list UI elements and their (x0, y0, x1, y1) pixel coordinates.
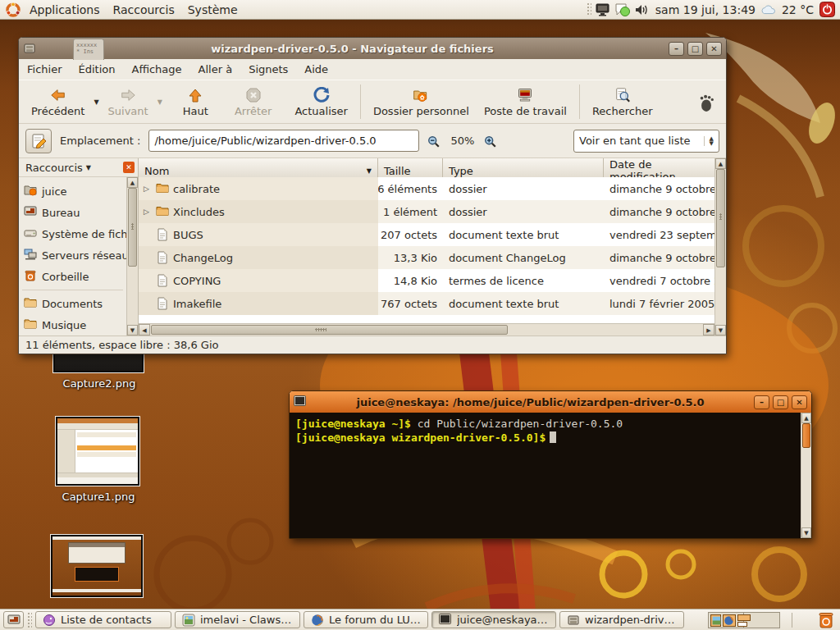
taskbar-drag-handle[interactable] (27, 612, 32, 628)
fm-minimize-button[interactable]: – (669, 42, 684, 56)
sidebar-item-filesystem[interactable]: Système de fichiers (19, 223, 126, 244)
home-button[interactable]: Dossier personnel (366, 84, 477, 120)
file-row-calibrate[interactable]: ▷ calibrate 6 éléments dossier dimanche … (139, 177, 714, 200)
temperature[interactable]: 22 °C (782, 3, 814, 16)
sidebar-item-corbeille[interactable]: Corbeille (19, 266, 126, 287)
file-list-header: Nom ▼ Taille Type Date de modification (139, 158, 714, 177)
location-input[interactable] (148, 130, 419, 152)
file-cabinet-icon (23, 42, 36, 55)
scroll-up-arrow[interactable]: ▲ (715, 158, 726, 169)
back-dropdown-chevron[interactable]: ▼ (94, 98, 98, 106)
task-file-manager[interactable]: wizardpen-driver... (559, 611, 684, 628)
view-mode-spinner: ▲▼ (704, 136, 714, 146)
presence-chat-icon[interactable] (614, 2, 631, 18)
scroll-down-arrow[interactable]: ▼ (801, 527, 811, 538)
sidebar-item-bureau[interactable]: Bureau (19, 202, 126, 223)
computer-button[interactable]: Poste de travail (477, 84, 574, 120)
trash-icon (24, 270, 37, 283)
workspace-1[interactable] (709, 613, 745, 628)
weather-cloud-icon[interactable] (760, 2, 777, 18)
terminal-titlebar[interactable]: juice@neskaya: /home/juice/Public/wizard… (290, 391, 811, 413)
sidebar-header[interactable]: Raccourcis ▼ ✕ (19, 158, 138, 177)
fm-menu-edition[interactable]: Édition (79, 63, 116, 75)
file-row-changelog[interactable]: ChangeLog 13,3 Kio document ChangeLog di… (139, 246, 714, 269)
sidebar-item-musique[interactable]: Musique (19, 314, 126, 336)
fm-close-button[interactable]: ✕ (706, 42, 722, 56)
power-button-icon[interactable] (819, 2, 835, 18)
fm-file-list: Nom ▼ Taille Type Date de modification ▷… (139, 158, 726, 336)
clock[interactable]: sam 19 jui, 13:49 (655, 3, 756, 16)
menu-systeme[interactable]: Système (181, 2, 244, 18)
scroll-right-arrow[interactable]: ▶ (703, 324, 714, 336)
fm-menu-aller-a[interactable]: Aller à (199, 63, 233, 75)
task-firefox[interactable]: Le forum du LUG... (304, 611, 428, 628)
horizontal-scrollbar[interactable]: ◀ ▶ (139, 323, 714, 336)
file-row-imakefile[interactable]: Imakefile 767 octets document texte brut… (139, 292, 714, 315)
menu-applications[interactable]: Applications (23, 2, 107, 18)
terminal-scrollbar[interactable]: ▲ ▼ (801, 413, 811, 538)
fm-menu-fichier[interactable]: Fichier (27, 63, 62, 75)
desktop-icon-label: Capture1.png (56, 491, 141, 503)
desktop-icon-capture1[interactable]: Capture1.png (56, 417, 141, 503)
fm-menu-affichage[interactable]: Affichage (131, 63, 181, 75)
fm-location-bar: Emplacement : 50% Voir en tant que liste… (19, 124, 726, 158)
terminal-window-title: juice@neskaya: /home/juice/Public/wizard… (310, 396, 751, 409)
file-row-copying[interactable]: COPYING 14,8 Kio termes de licence vendr… (139, 269, 714, 292)
file-list-scrollbar[interactable]: ▲ ▼ (714, 158, 726, 336)
sidebar-item-network[interactable]: Serveurs réseaux (19, 244, 126, 266)
trash-applet-icon[interactable] (817, 611, 835, 629)
task-claws-mail[interactable]: imelavi - Claws ... (175, 611, 300, 628)
ubuntu-logo-icon[interactable] (5, 2, 21, 18)
forward-button[interactable]: Suivant (101, 84, 156, 120)
fm-menubar: Fichier Édition Affichage Aller à Signet… (19, 59, 726, 80)
expander-icon[interactable]: ▷ (144, 185, 152, 193)
task-terminal[interactable]: juice@neskaya: /... (431, 611, 556, 628)
forward-dropdown-chevron[interactable]: ▼ (158, 98, 162, 106)
fm-titlebar[interactable]: xxxxxx* Ins wizardpen-driver-0.5.0 - Nav… (19, 38, 726, 59)
scroll-left-arrow[interactable]: ◀ (139, 324, 150, 336)
terminal-minimize-button[interactable]: – (754, 395, 769, 409)
scroll-up-arrow[interactable]: ▲ (127, 177, 138, 188)
task-liste-de-contacts[interactable]: Liste de contacts (35, 611, 171, 628)
desktop-icon-label: Capture2.png (53, 377, 145, 390)
location-toggle-button[interactable] (25, 129, 52, 153)
desktop-icon-capture3[interactable] (51, 535, 144, 597)
volume-icon[interactable] (634, 2, 651, 18)
forward-arrow-icon (120, 87, 136, 103)
scroll-down-arrow[interactable]: ▼ (715, 325, 726, 336)
fm-menu-aide[interactable]: Aide (304, 63, 328, 75)
terminal-screen[interactable]: [juice@neskaya ~]$ cd Public/wizardpen-d… (290, 413, 801, 538)
location-label: Emplacement : (60, 135, 140, 147)
fm-maximize-button[interactable]: □ (687, 42, 703, 56)
file-row-bugs[interactable]: BUGS 207 octets document texte brut vend… (139, 223, 714, 246)
sidebar-scrollbar[interactable]: ▲ ▼ (126, 177, 138, 336)
fm-menu-signets[interactable]: Signets (249, 63, 288, 75)
tray-drag-handle[interactable] (587, 2, 591, 16)
terminal-icon (439, 614, 452, 627)
terminal-maximize-button[interactable]: □ (773, 395, 788, 409)
zoom-level: 50% (450, 135, 474, 147)
workspace-2[interactable] (744, 613, 779, 628)
zoom-out-icon[interactable] (427, 135, 441, 148)
display-settings-icon[interactable] (595, 2, 611, 18)
view-mode-select[interactable]: Voir en tant que liste ▲▼ (573, 130, 719, 153)
expander-icon[interactable]: ▷ (144, 208, 152, 216)
workspace-switcher[interactable] (708, 612, 780, 628)
search-button[interactable]: Rechercher (585, 84, 660, 120)
sidebar-dropdown-chevron: ▼ (86, 164, 91, 171)
sidebar-list: juice Bureau Système de fichiers (19, 177, 126, 336)
back-button[interactable]: Précédent (24, 84, 92, 120)
stop-button[interactable]: Arrêter (227, 84, 280, 120)
sidebar-item-documents[interactable]: Documents (19, 293, 126, 314)
terminal-close-button[interactable]: ✕ (792, 395, 807, 409)
zoom-in-icon[interactable] (484, 135, 497, 148)
sidebar-item-juice[interactable]: juice (19, 180, 126, 202)
reload-button[interactable]: Actualiser (287, 84, 354, 120)
scroll-up-arrow[interactable]: ▲ (801, 413, 811, 423)
up-button[interactable]: Haut (176, 84, 216, 120)
file-row-xincludes[interactable]: ▷ Xincludes 1 élément dossier dimanche 9… (139, 200, 714, 223)
scroll-down-arrow[interactable]: ▼ (127, 325, 138, 336)
menu-raccourcis[interactable]: Raccourcis (107, 2, 181, 18)
sidebar-close-icon[interactable]: ✕ (123, 162, 135, 173)
show-desktop-button[interactable] (3, 611, 24, 628)
